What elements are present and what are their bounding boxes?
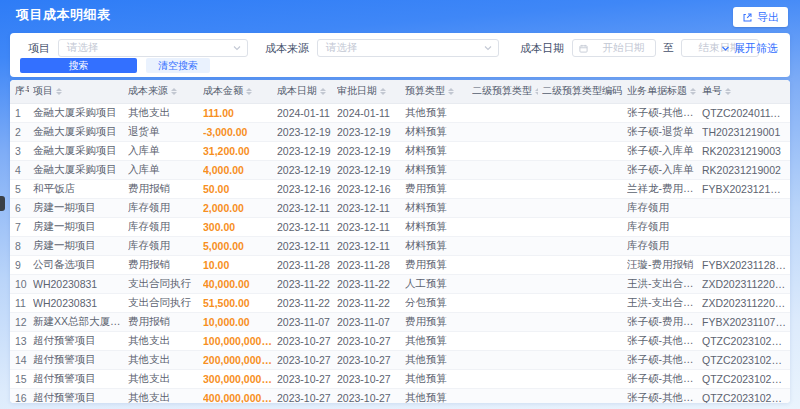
cell-budget_type: 其他预算 [405,350,472,369]
cell-amount: 4,000.00 [203,160,277,179]
project-select-placeholder: 请选择 [67,41,233,55]
cell-budget_type: 费用预算 [405,312,472,331]
table-row[interactable]: 4金融大厦采购项目入库单4,000.002023-12-192023-12-19… [10,160,790,179]
cell-doc_no: RK20231219003 [702,141,790,160]
table-row[interactable]: 11WH20230831支出合同执行51,500.002023-11-22202… [10,293,790,312]
column-header-sub_budget_type[interactable]: 二级预算类型 [472,80,542,103]
cell-sub_budget_type [472,103,542,122]
cell-sub_budget_type [472,255,542,274]
table-row[interactable]: 1金融大厦采购项目其他支出111.002024-01-112024-01-11其… [10,103,790,122]
cost-source-select[interactable]: 请选择 [317,39,499,57]
column-header-approve_date[interactable]: 审批日期 [337,80,405,103]
cell-approve_date: 2023-11-28 [337,255,405,274]
cell-doc_title: 王洪-支出合同执行 [627,274,702,293]
cell-approve_date: 2023-12-19 [337,141,405,160]
cell-index: 11 [10,293,33,312]
cell-sub_budget_type [472,198,542,217]
cell-doc_title: 库存领用 [627,236,702,255]
project-select[interactable]: 请选择 [58,39,248,57]
cell-doc_no: ZXD20231122002 [702,274,790,293]
table-row[interactable]: 13超付预警项目其他支出100,000,000.002023-10-272023… [10,331,790,350]
cell-budget_type: 材料预算 [405,198,472,217]
cell-cost_date: 2024-01-11 [277,103,337,122]
sort-icon[interactable] [320,88,326,95]
sort-icon[interactable] [380,88,386,95]
sort-icon[interactable] [690,88,696,95]
clear-search-button[interactable]: 清空搜索 [146,58,210,73]
cell-sub_budget_type [472,179,542,198]
cell-budget_type: 其他预算 [405,388,472,403]
cell-source: 入库单 [128,141,203,160]
cell-cost_date: 2023-11-22 [277,274,337,293]
table-row[interactable]: 9公司备选项目费用报销10.002023-11-282023-11-28费用预算… [10,255,790,274]
table-row[interactable]: 6房建一期项目库存领用2,000.002023-12-112023-12-11材… [10,198,790,217]
cell-source: 其他支出 [128,331,203,350]
cell-doc_title: 张子硕-入库单 [627,160,702,179]
cell-cost_date: 2023-10-27 [277,350,337,369]
expand-filters-link[interactable]: 展开筛选 [721,39,778,57]
cell-sub_budget_code [542,331,627,350]
cell-doc_no: FYBX20231107001 [702,312,790,331]
cell-doc_title: 张子硕-费用报销 [627,312,702,331]
column-header-source[interactable]: 成本来源 [128,80,203,103]
sort-icon[interactable] [56,88,62,95]
column-label: 成本金额 [203,84,243,98]
cell-source: 其他支出 [128,350,203,369]
cell-project: 房建一期项目 [33,217,128,236]
table-row[interactable]: 16超付预警项目其他支出400,000,000.002023-10-272023… [10,388,790,403]
cell-sub_budget_code [542,274,627,293]
column-header-doc_title[interactable]: 业务单据标题 [627,80,702,103]
table-row[interactable]: 8房建一期项目库存领用5,000.002023-12-112023-12-11材… [10,236,790,255]
cell-sub_budget_type [472,350,542,369]
cell-doc_title: 张子硕-其他支出 [627,350,702,369]
sort-icon[interactable] [535,88,538,95]
cell-doc_no: FYBX20231128001 [702,255,790,274]
cell-sub_budget_code [542,217,627,236]
table-row[interactable]: 15超付预警项目其他支出300,000,000.002023-10-272023… [10,369,790,388]
sort-icon[interactable] [448,88,454,95]
cell-amount: 400,000,000.00 [203,388,277,403]
cell-sub_budget_type [472,312,542,331]
search-button[interactable]: 搜索 [20,58,137,73]
cell-amount: 31,200.00 [203,141,277,160]
start-date-input[interactable]: 开始日期 [572,39,656,57]
cell-amount: 300,000,000.00 [203,369,277,388]
chevron-down-icon [721,44,730,53]
cell-amount: 40,000.00 [203,274,277,293]
cell-doc_no [702,198,790,217]
cell-sub_budget_code [542,369,627,388]
cell-project: WH20230831 [33,293,128,312]
cell-project: 超付预警项目 [33,369,128,388]
column-header-project[interactable]: 项目 [33,80,128,103]
export-button[interactable]: 导出 [733,7,788,27]
cell-cost_date: 2023-12-11 [277,198,337,217]
cell-doc_title: 汪璇-费用报销 [627,255,702,274]
column-header-index: 序号 [10,80,33,103]
cell-index: 10 [10,274,33,293]
cell-budget_type: 费用预算 [405,255,472,274]
cell-approve_date: 2023-10-27 [337,350,405,369]
edge-handle[interactable] [0,196,5,211]
column-header-amount[interactable]: 成本金额 [203,80,277,103]
column-header-doc_no[interactable]: 单号 [702,80,790,103]
table-row[interactable]: 7房建一期项目库存领用300.002023-12-112023-12-11材料预… [10,217,790,236]
column-header-budget_type[interactable]: 预算类型 [405,80,472,103]
sort-icon[interactable] [725,88,731,95]
cell-doc_title: 张子硕-其他支出 [627,369,702,388]
table-row[interactable]: 14超付预警项目其他支出200,000,000.002023-10-272023… [10,350,790,369]
column-header-sub_budget_code[interactable]: 二级预算类型编码 [542,80,627,103]
cell-index: 5 [10,179,33,198]
cell-source: 库存领用 [128,198,203,217]
column-label: 二级预算类型编码 [542,84,622,98]
table-row[interactable]: 3金融大厦采购项目入库单31,200.002023-12-192023-12-1… [10,141,790,160]
column-header-cost_date[interactable]: 成本日期 [277,80,337,103]
cell-amount: 50.00 [203,179,277,198]
sort-icon[interactable] [246,88,252,95]
table-row[interactable]: 5和平饭店费用报销50.002023-12-162023-12-16费用预算兰祥… [10,179,790,198]
table-row[interactable]: 12新建XX总部大厦工程二期费用报销10,000.002023-11-07202… [10,312,790,331]
cell-doc_no [702,236,790,255]
table-row[interactable]: 10WH20230831支出合同执行40,000.002023-11-22202… [10,274,790,293]
titlebar: 项目成本明细表 导出 [0,0,800,30]
sort-icon[interactable] [171,88,177,95]
table-row[interactable]: 2金融大厦采购项目退货单-3,000.002023-12-192023-12-1… [10,122,790,141]
